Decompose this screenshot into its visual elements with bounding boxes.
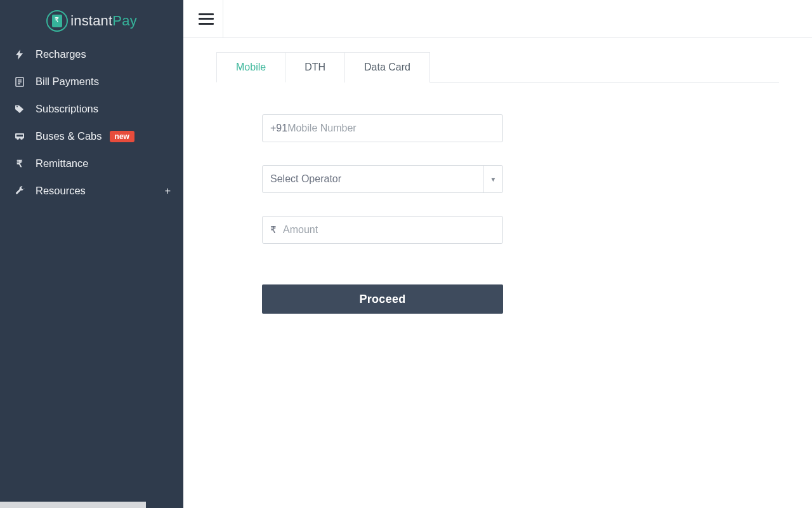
nav-label: Recharges bbox=[36, 48, 86, 60]
currency-symbol: ₹ bbox=[270, 224, 277, 236]
vehicle-icon bbox=[13, 132, 27, 141]
nav-label: Remittance bbox=[36, 157, 88, 170]
menu-toggle[interactable] bbox=[199, 13, 214, 25]
bolt-icon bbox=[13, 50, 27, 60]
brand-logo[interactable]: instantPay bbox=[0, 0, 183, 36]
logo-icon bbox=[46, 10, 68, 32]
nav-list: Recharges Bill Payments Subscriptions Bu… bbox=[0, 36, 183, 204]
amount-field[interactable]: ₹ bbox=[262, 216, 503, 244]
amount-input[interactable] bbox=[283, 224, 495, 236]
operator-placeholder: Select Operator bbox=[270, 173, 341, 185]
nav-label: Buses & Cabs bbox=[36, 130, 102, 142]
nav-label: Subscriptions bbox=[36, 103, 98, 115]
document-icon bbox=[13, 77, 27, 87]
topbar bbox=[183, 0, 812, 38]
scrollbar-track[interactable] bbox=[0, 502, 146, 508]
nav-label: Resources bbox=[36, 185, 86, 197]
country-code: +91 bbox=[270, 123, 287, 134]
new-badge: new bbox=[110, 131, 134, 142]
tab-data-card[interactable]: Data Card bbox=[345, 52, 430, 83]
sidebar-item-remittance[interactable]: ₹ Remittance bbox=[0, 150, 183, 177]
mobile-number-input[interactable] bbox=[287, 123, 495, 134]
sidebar-item-resources[interactable]: Resources + bbox=[0, 177, 183, 204]
tag-icon bbox=[13, 105, 27, 114]
recharge-form: +91 Select Operator ▼ ₹ Proceed bbox=[216, 83, 673, 314]
main-content: Mobile DTH Data Card +91 Select Operator… bbox=[183, 0, 812, 508]
nav-label: Bill Payments bbox=[36, 76, 99, 88]
wrench-icon bbox=[13, 186, 27, 196]
proceed-button[interactable]: Proceed bbox=[262, 284, 503, 314]
sidebar-item-buses-cabs[interactable]: Buses & Cabs new bbox=[0, 123, 183, 150]
rupee-icon: ₹ bbox=[13, 158, 27, 170]
chevron-down-icon: ▼ bbox=[483, 166, 502, 192]
sidebar: instantPay Recharges Bill Payments bbox=[0, 0, 183, 508]
expand-icon: + bbox=[165, 185, 171, 197]
sidebar-item-recharges[interactable]: Recharges bbox=[0, 41, 183, 68]
tab-mobile[interactable]: Mobile bbox=[216, 52, 285, 83]
mobile-number-field[interactable]: +91 bbox=[262, 114, 503, 142]
sidebar-item-subscriptions[interactable]: Subscriptions bbox=[0, 95, 183, 123]
operator-select[interactable]: Select Operator ▼ bbox=[262, 165, 503, 193]
tab-dth[interactable]: DTH bbox=[285, 52, 345, 83]
recharge-tabs: Mobile DTH Data Card bbox=[216, 52, 779, 83]
brand-name: instantPay bbox=[70, 13, 137, 29]
sidebar-item-bill-payments[interactable]: Bill Payments bbox=[0, 68, 183, 95]
